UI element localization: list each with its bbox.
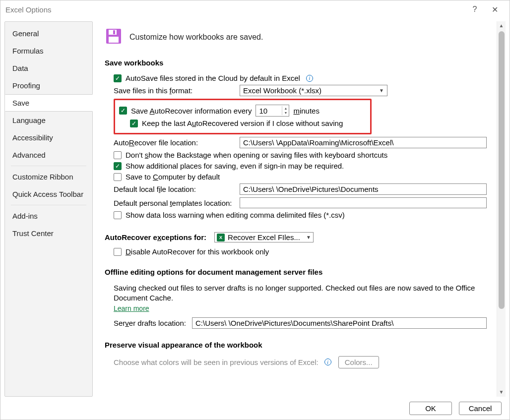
button-colors[interactable]: Colors... — [338, 356, 379, 368]
combo-ar-exceptions-value: Recover Excel FIles... — [228, 233, 300, 241]
checkbox-disable-ar[interactable] — [114, 248, 122, 256]
label-minutes: minutes — [293, 107, 319, 115]
svg-rect-1 — [109, 30, 117, 35]
row-arex-header: AutoRecover exceptions for: X Recover Ex… — [105, 232, 494, 242]
highlight-autorecover-box: ✓ Save AutoRecover information every 10 … — [114, 99, 372, 134]
offline-note: Saving checked out files to server draft… — [105, 283, 482, 303]
content-wrap: Customize how workbooks are saved. Save … — [93, 21, 506, 397]
input-ar-location[interactable]: C:\Users\ \AppData\Roaming\Microsoft\Exc… — [240, 137, 487, 148]
row-preserve-colors: Choose what colors will be seen in previ… — [105, 356, 494, 368]
row-ar-location: AutoRecover file location: C:\Users\ \Ap… — [105, 137, 494, 148]
sidebar-item-language[interactable]: Language — [5, 112, 92, 129]
row-keep-last: ✓ Keep the last AutoRecovered version if… — [119, 119, 366, 127]
input-default-local[interactable]: C:\Users\ \OneDrive\Pictures\Documents — [240, 183, 487, 195]
row-save-computer: Save to Computer by default — [105, 173, 494, 181]
excel-file-icon: X — [217, 234, 225, 241]
section-save-workbooks: Save workbooks — [105, 59, 494, 67]
section-ar-exceptions: AutoRecover exceptions for: — [105, 233, 206, 241]
svg-rect-2 — [113, 30, 115, 34]
cancel-button[interactable]: Cancel — [459, 402, 502, 415]
window-title: Excel Options — [5, 5, 465, 14]
link-learn-more[interactable]: Learn more — [114, 304, 149, 312]
row-server-drafts: Server drafts location: C:\Users\ \OneDr… — [105, 317, 494, 329]
checkbox-autorecover[interactable]: ✓ — [119, 107, 127, 115]
sidebar-item-addins[interactable]: Add-ins — [5, 207, 92, 225]
body: General Formulas Data Proofing Save Lang… — [0, 18, 510, 397]
sidebar-separator — [11, 205, 86, 205]
spinner-value: 10 — [256, 107, 282, 115]
label-additional-places: Show additional places for saving, even … — [126, 162, 344, 170]
row-autorecover-every: ✓ Save AutoRecover information every 10 … — [119, 105, 366, 117]
label-keep-last: Keep the last AutoRecovered version if I… — [142, 119, 343, 127]
ok-button[interactable]: OK — [409, 402, 452, 415]
row-disable-ar: Disable AutoRecover for this workbook on… — [105, 247, 494, 256]
label-default-templates: Default personal templates location: — [114, 199, 236, 207]
label-default-local: Default local file location: — [114, 185, 236, 193]
sidebar-item-customize-ribbon[interactable]: Customize Ribbon — [5, 168, 92, 185]
sidebar-separator — [11, 166, 86, 166]
sidebar-item-trust-center[interactable]: Trust Center — [5, 225, 92, 242]
combo-save-format-value: Excel Workbook (*.xlsx) — [243, 86, 321, 95]
sidebar-item-formulas[interactable]: Formulas — [5, 42, 92, 60]
sidebar-item-proofing[interactable]: Proofing — [5, 77, 92, 94]
row-additional-places: ✓ Show additional places for saving, eve… — [105, 162, 494, 170]
label-csv-warning: Show data loss warning when editing comm… — [126, 211, 345, 219]
titlebar: Excel Options ? ✕ — [0, 0, 510, 18]
checkbox-keep-last[interactable]: ✓ — [130, 120, 138, 127]
sidebar-item-data[interactable]: Data — [5, 60, 92, 77]
sidebar-item-qat[interactable]: Quick Access Toolbar — [5, 185, 92, 203]
sidebar: General Formulas Data Proofing Save Lang… — [4, 21, 93, 397]
help-icon[interactable]: ? — [465, 5, 485, 14]
label-backstage: Don't show the Backstage when opening or… — [126, 151, 387, 159]
label-save-format: Save files in this format: — [114, 86, 236, 95]
row-default-local: Default local file location: C:\Users\ \… — [105, 183, 494, 195]
info-icon[interactable]: i — [306, 75, 313, 82]
label-autorecover: Save AutoRecover information every — [131, 107, 252, 115]
label-ar-location: AutoRecover file location: — [114, 138, 236, 147]
input-default-templates[interactable] — [240, 197, 487, 208]
spinner-arrows[interactable]: ▲▼ — [282, 106, 289, 115]
close-icon[interactable]: ✕ — [485, 5, 505, 14]
page-header: Customize how workbooks are saved. — [105, 27, 494, 47]
chevron-down-icon: ▼ — [379, 88, 384, 93]
label-server-drafts: Server drafts location: — [114, 319, 188, 327]
sidebar-item-advanced[interactable]: Advanced — [5, 146, 92, 164]
excel-options-window: Excel Options ? ✕ General Formulas Data … — [0, 0, 510, 420]
info-icon[interactable]: i — [324, 359, 331, 365]
label-save-computer: Save to Computer by default — [126, 173, 220, 181]
checkbox-autosave[interactable]: ✓ — [114, 74, 122, 82]
footer: OK Cancel — [0, 397, 510, 420]
page-description: Customize how workbooks are saved. — [129, 33, 263, 42]
row-default-templates: Default personal templates location: — [105, 197, 494, 208]
save-disk-icon — [105, 27, 123, 47]
sidebar-item-general[interactable]: General — [5, 25, 92, 42]
combo-ar-exceptions-workbook[interactable]: X Recover Excel FIles... ▼ — [214, 232, 314, 242]
label-preserve-colors: Choose what colors will be seen in previ… — [114, 358, 319, 366]
input-server-drafts[interactable]: C:\Users\ \OneDrive\Pictures\Documents\S… — [192, 317, 487, 329]
svg-rect-3 — [109, 37, 119, 43]
chevron-down-icon: ▼ — [306, 235, 311, 240]
row-autosave: ✓ AutoSave files stored in the Cloud by … — [105, 74, 494, 82]
checkbox-backstage[interactable] — [114, 151, 122, 159]
spinner-autorecover-minutes[interactable]: 10 ▲▼ — [255, 105, 289, 117]
scroll-down-icon[interactable]: ▼ — [497, 388, 506, 397]
content-panel: Customize how workbooks are saved. Save … — [93, 21, 497, 397]
sidebar-item-accessibility[interactable]: Accessibility — [5, 129, 92, 146]
sidebar-item-save[interactable]: Save — [5, 94, 93, 112]
checkbox-save-computer[interactable] — [114, 173, 122, 181]
row-csv-warning: Show data loss warning when editing comm… — [105, 211, 494, 219]
row-save-format: Save files in this format: Excel Workboo… — [105, 85, 494, 96]
checkbox-additional-places[interactable]: ✓ — [114, 162, 122, 170]
label-autosave: AutoSave files stored in the Cloud by de… — [126, 74, 300, 82]
scroll-up-icon[interactable]: ▲ — [497, 21, 506, 30]
row-backstage: Don't show the Backstage when opening or… — [105, 151, 494, 159]
label-disable-ar: Disable AutoRecover for this workbook on… — [126, 247, 269, 256]
section-offline: Offline editing options for document man… — [105, 268, 494, 276]
vertical-scrollbar[interactable]: ▲ ▼ — [497, 21, 506, 397]
scroll-thumb[interactable] — [499, 31, 505, 309]
section-preserve: Preserve visual appearance of the workbo… — [105, 341, 494, 349]
combo-save-format[interactable]: Excel Workbook (*.xlsx) ▼ — [240, 85, 387, 96]
checkbox-csv-warning[interactable] — [114, 211, 122, 219]
